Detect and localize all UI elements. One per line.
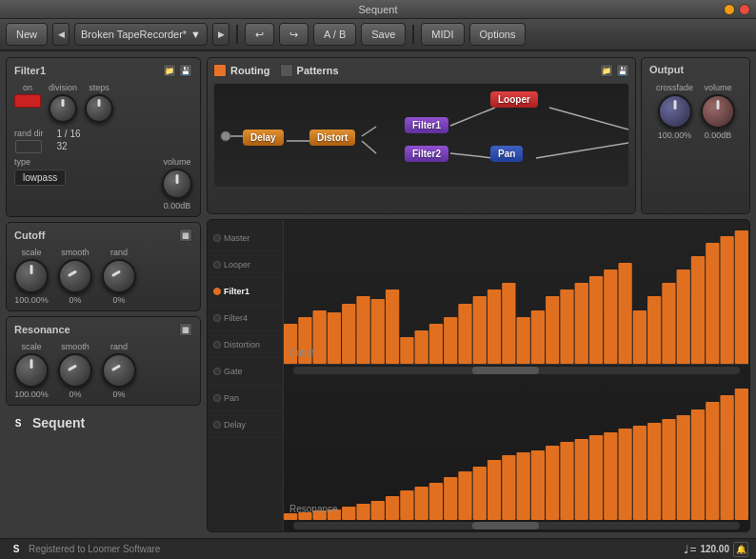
resonance-scale-group: scale 100.00% (14, 342, 49, 399)
cutoff-title: Cutoff ▦ (14, 229, 192, 242)
svg-rect-30 (575, 283, 588, 364)
svg-rect-49 (386, 496, 399, 520)
routing-tab[interactable]: Routing (213, 64, 270, 77)
svg-rect-34 (633, 310, 647, 364)
svg-rect-33 (618, 263, 631, 364)
main-content: Filter1 📁 💾 on division steps (0, 51, 756, 538)
resonance-bars-area: Resonance (284, 376, 749, 520)
track-filter1[interactable]: Filter1 (208, 278, 283, 305)
node-filter2[interactable]: Filter2 (405, 146, 448, 162)
cutoff-smooth-knob[interactable] (58, 259, 92, 293)
svg-rect-36 (662, 283, 675, 364)
division-display: 1 / 16 (57, 129, 81, 139)
filter1-division-knob[interactable] (49, 94, 77, 123)
patterns-tab[interactable]: Patterns (280, 64, 339, 77)
cutoff-scrollbar-thumb[interactable] (472, 367, 539, 374)
save-button[interactable]: Save (361, 23, 406, 46)
sequencer-area: Master Looper Filter1 Filter4 Distortion (207, 219, 750, 532)
bpm-icon: ♩= (684, 543, 696, 556)
resonance-bar-icon[interactable]: ▦ (179, 323, 192, 336)
track-master-dot (213, 234, 221, 242)
resonance-rand-value: 0% (112, 389, 125, 399)
preset-dropdown-icon: ▼ (190, 29, 201, 40)
bpm-value: 120.00 (700, 544, 729, 554)
preset-selector[interactable]: Broken TapeRecorder* ▼ (74, 23, 208, 46)
output-crossfade-knob[interactable] (658, 94, 692, 129)
midi-button[interactable]: MIDI (421, 23, 464, 46)
resonance-rand-knob[interactable] (102, 353, 136, 388)
svg-rect-19 (415, 330, 428, 364)
track-master[interactable]: Master (208, 225, 283, 251)
track-filter4-dot (213, 314, 221, 322)
svg-rect-53 (444, 477, 457, 520)
resonance-scrollbar[interactable] (293, 522, 740, 529)
routing-save-icon[interactable]: 💾 (616, 64, 629, 77)
redo-button[interactable]: ↪ (279, 23, 308, 46)
routing-folder-icon[interactable]: 📁 (600, 64, 613, 77)
routing-area: Routing Patterns 📁 💾 (207, 57, 636, 214)
filter1-on-group: on (14, 83, 41, 108)
cutoff-bars-area: Cutoff (284, 220, 749, 365)
svg-line-5 (362, 141, 376, 153)
cutoff-label: Cutoff (289, 348, 315, 358)
filter1-randdir-led[interactable] (15, 140, 42, 153)
svg-rect-70 (691, 409, 705, 520)
minimize-button[interactable] (724, 4, 735, 15)
title-bar: Sequent (0, 0, 756, 19)
cutoff-rand-knob[interactable] (102, 259, 136, 293)
metronome-icon[interactable]: 🔔 (733, 542, 748, 557)
window-title: Sequent (359, 4, 398, 15)
filter1-steps-knob[interactable] (85, 94, 113, 123)
node-looper[interactable]: Looper (490, 91, 538, 108)
track-distortion[interactable]: Distortion (208, 331, 283, 358)
cutoff-scrollbar[interactable] (293, 367, 740, 374)
resonance-smooth-group: smooth 0% (58, 342, 92, 399)
svg-rect-22 (458, 304, 471, 364)
track-delay[interactable]: Delay (208, 411, 283, 438)
track-distortion-dot (213, 341, 221, 349)
track-gate[interactable]: Gate (208, 358, 283, 385)
new-button[interactable]: New (6, 23, 48, 46)
track-filter4[interactable]: Filter4 (208, 305, 283, 331)
prev-preset-button[interactable]: ◀ (52, 23, 70, 46)
close-button[interactable] (739, 4, 750, 15)
routing-canvas: Delay Distort Filter1 Filter2 Looper Pan (213, 83, 629, 188)
svg-rect-15 (356, 296, 369, 364)
filter1-save-icon[interactable]: 💾 (179, 64, 192, 77)
routing-top: Routing Patterns 📁 💾 (213, 64, 629, 77)
filter1-icons: 📁 💾 (163, 64, 192, 77)
resonance-scale-knob[interactable] (14, 353, 49, 388)
cutoff-rand-group: rand 0% (102, 248, 136, 305)
svg-rect-47 (356, 504, 369, 520)
svg-rect-50 (400, 490, 413, 520)
node-pan[interactable]: Pan (490, 146, 523, 162)
next-preset-button[interactable]: ▶ (212, 23, 229, 46)
steps-display: 32 (57, 141, 81, 151)
cutoff-section: Cutoff ▦ scale 100.00% smooth 0% rand (6, 222, 201, 311)
svg-rect-72 (720, 395, 733, 520)
node-filter1[interactable]: Filter1 (405, 117, 448, 133)
resonance-rand-group: rand 0% (102, 342, 136, 399)
filter1-type-selector[interactable]: lowpass (14, 170, 66, 186)
resonance-scrollbar-thumb[interactable] (472, 522, 539, 529)
cutoff-scale-value: 100.00% (14, 295, 49, 305)
resonance-smooth-knob[interactable] (58, 353, 92, 388)
cutoff-scale-knob[interactable] (14, 259, 49, 293)
track-looper[interactable]: Looper (208, 251, 283, 278)
cutoff-bar-icon[interactable]: ▦ (179, 229, 192, 242)
filter1-volume-knob[interactable] (162, 169, 192, 199)
filter1-on-led[interactable] (14, 94, 41, 108)
svg-line-9 (536, 139, 628, 158)
svg-line-4 (362, 127, 376, 136)
output-volume-knob[interactable] (701, 94, 735, 129)
ab-button[interactable]: A / B (313, 23, 356, 46)
svg-rect-71 (706, 402, 719, 520)
node-delay[interactable]: Delay (243, 130, 284, 146)
node-distort[interactable]: Distort (309, 130, 355, 146)
logo-icon: S (10, 414, 27, 431)
undo-button[interactable]: ↩ (245, 23, 274, 46)
output-volume-value: 0.00dB (705, 130, 732, 140)
track-pan[interactable]: Pan (208, 385, 283, 411)
options-button[interactable]: Options (469, 23, 527, 46)
filter1-folder-icon[interactable]: 📁 (163, 64, 176, 77)
